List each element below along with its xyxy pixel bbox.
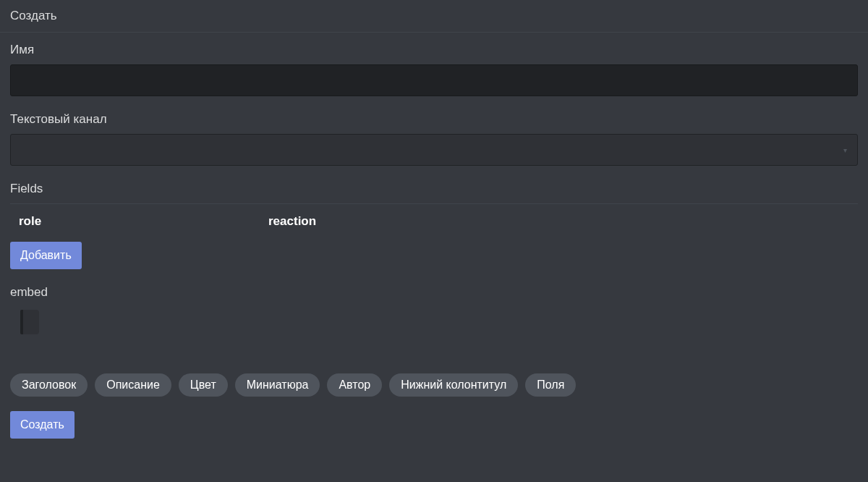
embed-section: embed bbox=[10, 285, 858, 334]
channel-select[interactable]: ▾ bbox=[10, 134, 858, 166]
name-label: Имя bbox=[10, 43, 858, 57]
embed-body bbox=[23, 310, 39, 334]
fields-col-reaction: reaction bbox=[252, 214, 316, 229]
pill-title[interactable]: Заголовок bbox=[10, 373, 88, 397]
fields-section: Fields role reaction bbox=[10, 182, 858, 229]
fields-col-role: role bbox=[10, 214, 252, 229]
page-header: Создать bbox=[0, 0, 868, 33]
chevron-down-icon: ▾ bbox=[843, 146, 847, 154]
page-title: Создать bbox=[10, 9, 57, 22]
fields-table-header: role reaction bbox=[10, 203, 858, 229]
embed-label: embed bbox=[10, 285, 858, 300]
create-button[interactable]: Создать bbox=[10, 411, 75, 439]
embed-options-row: Заголовок Описание Цвет Миниатюра Автор … bbox=[10, 373, 858, 397]
channel-label: Текстовый канал bbox=[10, 112, 858, 127]
name-input[interactable] bbox=[10, 64, 858, 96]
pill-thumbnail[interactable]: Миниатюра bbox=[235, 373, 320, 397]
pill-fields[interactable]: Поля bbox=[525, 373, 576, 397]
form-content: Имя Текстовый канал ▾ Fields role reacti… bbox=[0, 33, 868, 453]
pill-footer[interactable]: Нижний колонтитул bbox=[389, 373, 518, 397]
embed-preview bbox=[20, 310, 858, 334]
fields-label: Fields bbox=[10, 182, 858, 196]
pill-author[interactable]: Автор bbox=[327, 373, 382, 397]
add-button[interactable]: Добавить bbox=[10, 242, 82, 269]
pill-description[interactable]: Описание bbox=[95, 373, 171, 397]
pill-color[interactable]: Цвет bbox=[179, 373, 228, 397]
